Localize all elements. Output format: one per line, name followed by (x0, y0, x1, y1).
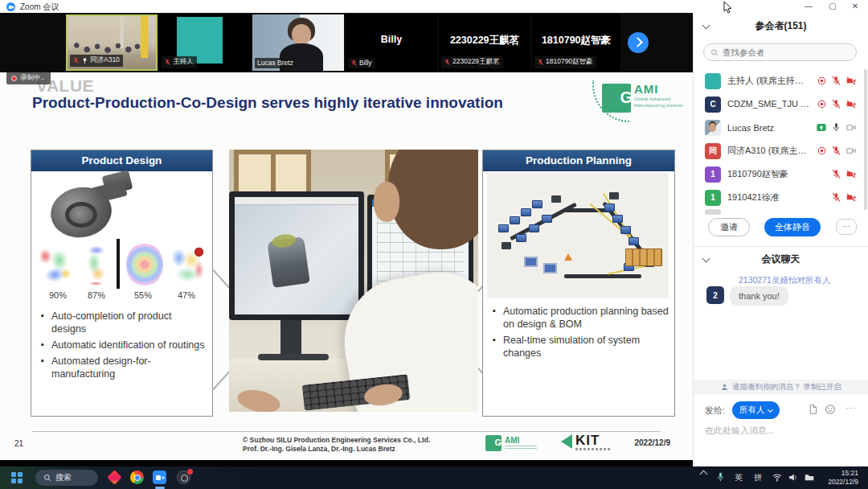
participant-row[interactable]: C CDZM_SME_TJU (主持人) (694, 92, 863, 116)
video-tile-host[interactable]: 主持人 (159, 14, 251, 71)
recording-icon (817, 76, 827, 86)
product-design-box: Product Design 90% 87% 55% 47% Auto-comp… (31, 150, 213, 417)
bullet-item: Real-time simulation of system changes (493, 334, 669, 360)
panel-scrollbar[interactable] (864, 69, 867, 210)
point-cloud-image (33, 239, 79, 290)
avatar: 1 (705, 166, 721, 183)
recording-badge: 录制中.. (6, 72, 51, 84)
mic-muted-icon (831, 146, 841, 156)
chat-input-placeholder[interactable]: 在此处输入消息... (705, 425, 774, 437)
video-tile-billy[interactable]: Billy Billy (346, 14, 437, 71)
folder-tray-icon[interactable] (804, 472, 815, 483)
mic-muted-icon (831, 192, 841, 203)
video-tile-tongji-a310[interactable]: 同济A310 (66, 14, 158, 71)
participant-row[interactable]: Lucas Bretz (694, 116, 863, 139)
language-indicator-pinyin[interactable]: 拼 (754, 472, 762, 483)
obs-icon[interactable] (177, 471, 191, 485)
chat-avatar: 2 (706, 286, 724, 304)
invite-button[interactable]: 邀请 (708, 218, 750, 236)
chat-header: 会议聊天 (694, 253, 868, 267)
match-percentage: 87% (88, 290, 105, 300)
window-titlebar: Zoom 会议 — ▢ ✕ (0, 0, 868, 13)
tray-mic-icon[interactable] (715, 471, 726, 483)
camera-muted-icon (845, 169, 857, 179)
participant-row[interactable]: 主持人 (联席主持人, 我) (694, 69, 863, 92)
tile-name-label: 2230229王麒茗 (441, 56, 503, 68)
tile-name-label: Lucas Bretz (255, 58, 297, 68)
zoom-logo-icon (6, 2, 15, 11)
gami-logo: AMI Global Advanced Manufacturing Instit… (591, 79, 687, 125)
recording-icon (817, 99, 827, 109)
participant-row[interactable]: 1 1810790赵智豪 (694, 162, 863, 186)
video-tile-zhaozhihao[interactable]: 1810790赵智豪 1810790赵智豪 (532, 14, 620, 71)
slide-page-number: 21 (14, 439, 23, 448)
send-to-label: 发给: (705, 405, 725, 417)
minimize-button[interactable]: — (797, 0, 820, 13)
volume-icon[interactable] (788, 472, 799, 483)
chrome-icon[interactable] (130, 471, 145, 485)
video-tile-lucas-bretz[interactable]: Lucas Bretz (252, 14, 344, 71)
match-percentage: 47% (178, 290, 195, 300)
production-planning-bullets: Automatic production planning based on d… (493, 305, 669, 363)
participant-name: 1910421徐准 (727, 191, 825, 203)
wifi-icon[interactable] (772, 472, 783, 483)
participant-name: 1810790赵智豪 (727, 168, 825, 180)
avatar: C (705, 97, 721, 113)
product-part-image (47, 173, 136, 242)
participant-search-box[interactable] (703, 43, 857, 61)
copyright-line1: © Suzhou SILU Production Engineering Ser… (243, 436, 430, 444)
language-indicator-en[interactable]: 英 (735, 472, 743, 483)
participant-name: 同济A310 (联席主持人) (727, 145, 810, 157)
mic-muted-icon (831, 76, 841, 86)
clock[interactable]: 15:21 2022/12/9 (828, 469, 858, 487)
taskbar-search[interactable]: 搜索 (35, 470, 98, 486)
camera-off-icon (845, 146, 857, 156)
video-tile-wangqiming[interactable]: 2230229王麒茗 2230229王麒茗 (439, 14, 530, 71)
muted-mic-icon (444, 59, 451, 66)
more-options-button[interactable]: ··· (836, 219, 857, 235)
video-thumbnail-strip: 同济A310 主持人 Lucas Bretz Billy Billy (0, 13, 693, 72)
product-design-header: Product Design (31, 150, 212, 171)
app-icon-diamond[interactable] (108, 471, 122, 485)
screen-share-badge-icon (816, 122, 827, 133)
start-button[interactable] (11, 472, 23, 483)
bullet-item: Auto-completion of product designs (41, 310, 207, 335)
tray-expand-icon[interactable] (700, 471, 708, 479)
maximize-button[interactable]: ▢ (821, 0, 844, 13)
emoji-icon[interactable] (825, 404, 836, 415)
participant-row[interactable]: 1 1910421徐准 (694, 186, 863, 209)
pin-icon (81, 57, 88, 64)
avatar: 1 (705, 190, 721, 206)
muted-mic-icon (537, 59, 544, 66)
footer-divider (32, 431, 661, 432)
section-divider (694, 246, 868, 247)
shared-presentation-slide: 录制中.. VALUE Product-Production-Co-Design… (0, 72, 693, 460)
search-icon (43, 474, 51, 482)
chat-more-icon[interactable]: ··· (845, 403, 857, 413)
mute-all-button[interactable]: 全体静音 (764, 218, 821, 236)
camera-muted-icon (845, 192, 857, 203)
participant-row[interactable]: 同 同济A310 (联席主持人) (694, 139, 863, 162)
send-to-dropdown[interactable]: 所有人 (732, 401, 780, 419)
chat-message-sender: 2130271吴婧怡对所有人 (739, 275, 830, 286)
zoom-app-icon[interactable] (153, 471, 167, 485)
share-area-bottom-bar (0, 460, 693, 466)
close-button[interactable]: ✕ (844, 0, 866, 13)
chat-privacy-notice: 谁能看到你的消息？ 录制已开启 (694, 380, 868, 395)
match-percentage: 55% (134, 290, 152, 300)
search-input[interactable] (723, 47, 850, 57)
tile-name-label: Billy (348, 58, 375, 68)
next-videos-button[interactable] (628, 32, 649, 53)
slide-date: 2022/12/9 (635, 438, 671, 447)
mic-muted-icon (831, 99, 841, 109)
point-cloud-image (81, 242, 112, 287)
file-attach-icon[interactable] (808, 404, 818, 415)
tile-display-name: Billy (346, 34, 437, 45)
window-title: Zoom 会议 (20, 2, 59, 13)
partially-scrolled-row (705, 209, 721, 215)
meeting-side-panel: 参会者(151) 主持人 (联席主持人, 我) C (693, 13, 868, 466)
engineer-workstation-photo (229, 150, 478, 412)
muted-mic-icon (164, 59, 171, 66)
product-design-bullets: Auto-completion of product designs Autom… (41, 310, 207, 384)
tile-display-name: 1810790赵智豪 (532, 34, 620, 47)
